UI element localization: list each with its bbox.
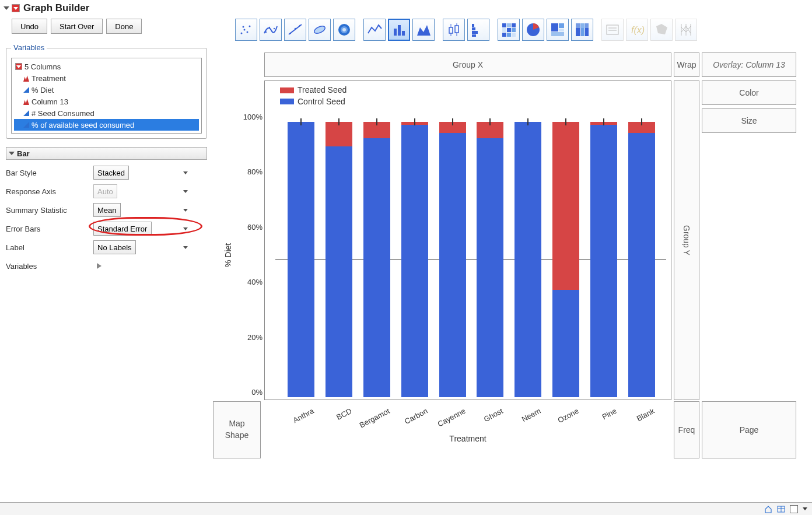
svg-point-2 [247,31,249,33]
control-legend-label: Control Seed [298,96,345,108]
caption-icon[interactable] [601,19,624,41]
bar-chart-icon[interactable] [388,19,410,41]
variable-item[interactable]: # Seed Consumed [14,107,199,119]
map-shape-drop[interactable]: Map Shape [213,401,261,458]
summary-stat-select[interactable]: Mean [93,203,121,217]
group-y-drop[interactable]: Group Y [674,80,699,400]
variable-item[interactable]: % of available seed consumed [14,119,199,131]
svg-point-11 [299,25,300,26]
control-segment [590,125,617,397]
group-x-drop[interactable]: Group X [264,52,671,77]
svg-rect-39 [551,23,558,31]
svg-point-6 [269,27,270,28]
bar-variables-label: Variables [6,262,88,271]
variables-tree[interactable]: 5 Columns Treatment% DietColumn 13# Seed… [11,58,202,134]
x-tick-label: Carbon [394,407,429,430]
error-bar [641,118,642,125]
line-fit-chart-icon[interactable] [284,19,306,41]
pie-chart-icon[interactable] [522,19,544,41]
ellipse-chart-icon[interactable] [309,19,331,41]
treated-legend-label: Treated Seed [298,85,346,96]
table-icon[interactable] [777,505,785,513]
color-swatch[interactable] [790,505,798,513]
parallel-icon[interactable] [675,19,697,41]
line-chart-icon[interactable] [363,19,386,41]
error-bars-select[interactable]: Standard Error [93,222,152,236]
error-bar [603,118,604,125]
label-label: Label [6,243,88,252]
control-segment [288,122,314,397]
area-chart-icon[interactable] [412,19,435,41]
control-segment [552,290,579,397]
continuous-icon [23,110,29,116]
y-tick-label: 80% [230,167,262,176]
histogram-chart-icon[interactable] [467,19,489,41]
svg-rect-19 [449,27,453,33]
variables-panel: Variables 5 Columns Treatment% DietColum… [6,48,207,139]
error-bar [376,118,377,125]
y-tick-label: 100% [230,113,262,121]
red-triangle-menu[interactable] [12,4,20,12]
variable-label: # Seed Consumed [32,109,94,118]
svg-rect-40 [559,23,564,28]
control-segment [477,138,503,397]
y-tick-label: 40% [230,278,262,286]
variable-item[interactable]: Treatment [14,72,199,84]
map-shape-icon[interactable] [650,19,673,41]
variable-label: Treatment [32,74,66,83]
x-tick-label: Anthra [281,407,316,430]
color-drop[interactable]: Color [702,80,796,105]
dropdown-icon[interactable] [803,507,807,510]
svg-rect-37 [512,33,516,37]
smoother-chart-icon[interactable] [260,19,282,41]
home-icon[interactable] [764,505,772,513]
label-select[interactable]: No Labels [93,240,136,254]
points-chart-icon[interactable] [235,19,257,41]
y-axis-label: % Diet [223,243,233,267]
variable-item[interactable]: Column 13 [14,96,199,107]
svg-point-15 [342,28,346,31]
page-drop[interactable]: Page [702,401,796,458]
boxplot-chart-icon[interactable] [443,19,465,41]
bar-section-header[interactable]: Bar [6,147,207,160]
bar-style-select[interactable]: Stacked [93,166,129,180]
svg-rect-42 [551,32,564,36]
x-tick-label: Blank [621,407,656,430]
svg-rect-25 [472,27,475,30]
undo-button[interactable]: Undo [12,19,47,34]
start-over-button[interactable]: Start Over [51,19,103,34]
contour-chart-icon[interactable] [333,19,355,41]
panel-title: Graph Builder [23,2,89,14]
control-segment [363,138,390,397]
svg-rect-47 [607,25,618,34]
response-axis-select[interactable]: Auto [93,184,117,198]
variables-expand-icon[interactable] [97,263,102,269]
mosaic-chart-icon[interactable] [571,19,593,41]
freq-drop[interactable]: Freq [674,401,699,458]
variable-label: Column 13 [32,97,68,106]
heatmap-chart-icon[interactable] [498,19,520,41]
wrap-drop[interactable]: Wrap [674,52,699,77]
svg-point-5 [265,31,267,33]
svg-rect-18 [402,31,405,36]
overlay-drop[interactable]: Overlay: Column 13 [702,52,796,77]
done-button[interactable]: Done [106,19,142,34]
tree-red-menu[interactable] [15,63,22,70]
plot-area[interactable]: Treated Seed Control Seed 0%20%40%60%80%… [264,80,671,400]
error-bar [527,118,528,125]
svg-point-3 [249,26,251,27]
treemap-chart-icon[interactable] [547,19,569,41]
svg-point-10 [295,28,296,29]
formula-icon[interactable]: f(x) [626,19,648,41]
svg-rect-30 [507,23,511,27]
chart-legend: Treated Seed Control Seed [280,85,346,107]
svg-text:f(x): f(x) [631,25,645,35]
variable-item[interactable]: % Diet [14,84,199,96]
x-tick-label: Pine [583,407,618,430]
columns-count-row[interactable]: 5 Columns [14,61,199,72]
x-tick-label: Bergamot [356,407,391,430]
disclosure-toggle[interactable] [4,6,9,10]
summary-stat-label: Summary Statistic [6,206,88,215]
bar-disclosure-icon[interactable] [9,152,15,155]
size-drop[interactable]: Size [702,108,796,133]
